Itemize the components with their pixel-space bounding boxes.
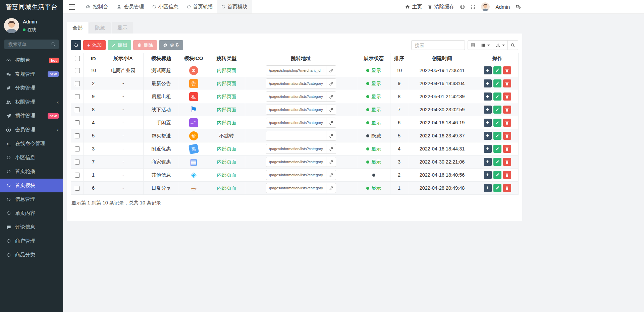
url-link-button[interactable] (326, 118, 336, 128)
sidebar-item-addon[interactable]: 插件管理new (0, 109, 63, 123)
row-checkbox[interactable] (75, 173, 80, 178)
row-add-button[interactable]: + (484, 92, 492, 101)
search-toggle-button[interactable] (507, 40, 518, 50)
sidebar-item-category[interactable]: 分类管理 (0, 81, 63, 95)
top-tab-member[interactable]: 会员管理 (112, 0, 148, 13)
filter-tab-visible[interactable]: 显示 (112, 22, 133, 34)
jump-url-input[interactable] (266, 105, 326, 115)
column-header[interactable]: 跳转类型 (208, 53, 245, 64)
sidebar-item-module[interactable]: 首页模块 (0, 179, 63, 193)
column-header[interactable]: 模块标题 (144, 53, 179, 64)
row-delete-button[interactable] (503, 106, 511, 114)
row-edit-button[interactable] (493, 158, 501, 166)
row-edit-button[interactable] (493, 184, 501, 192)
row-add-button[interactable]: + (484, 106, 492, 114)
row-checkbox[interactable] (75, 133, 80, 138)
sidebar-item-goods[interactable]: 商品分类 (0, 248, 63, 262)
row-checkbox[interactable] (75, 186, 80, 191)
url-link-button[interactable] (326, 157, 336, 167)
more-button[interactable]: 更多 (159, 40, 183, 50)
language-button[interactable] (460, 4, 465, 9)
row-delete-button[interactable] (503, 79, 511, 87)
url-link-button[interactable] (326, 65, 336, 75)
columns-button[interactable] (478, 40, 493, 50)
sidebar-item-general[interactable]: 常规管理new (0, 67, 63, 81)
sidebar-item-command[interactable]: >_在线命令管理 (0, 137, 63, 151)
row-add-button[interactable]: + (484, 79, 492, 87)
row-edit-button[interactable] (493, 92, 501, 101)
filter-tab-hidden[interactable]: 隐藏 (89, 22, 111, 34)
jump-url-input[interactable] (266, 144, 326, 154)
column-header[interactable]: 展示小区 (103, 53, 144, 64)
sidebar-item-banner[interactable]: 首页轮播 (0, 165, 63, 179)
table-row[interactable]: 6-日常分享☕内部页面显示12022-04-28 20:49:48+ (71, 182, 519, 195)
sidebar-item-merchant[interactable]: 商户管理 (0, 234, 63, 248)
url-link-button[interactable] (326, 78, 336, 88)
row-edit-button[interactable] (493, 79, 501, 87)
row-checkbox[interactable] (75, 94, 80, 99)
sidebar-item-auth[interactable]: 权限管理‹ (0, 95, 63, 109)
sidebar-item-console[interactable]: 控制台hot (0, 53, 63, 67)
sidebar-toggle-icon[interactable] (69, 4, 75, 10)
row-edit-button[interactable] (493, 145, 501, 153)
filter-tab-all[interactable]: 全部 (67, 22, 88, 34)
row-delete-button[interactable] (503, 92, 511, 101)
add-button[interactable]: +添加 (83, 40, 106, 50)
table-row[interactable]: 7-商家钜惠▤内部页面显示32022-04-30 22:21:06+ (71, 155, 519, 169)
row-add-button[interactable]: + (484, 145, 492, 153)
row-add-button[interactable]: + (484, 158, 492, 166)
row-add-button[interactable]: + (484, 66, 492, 74)
top-tab-banner[interactable]: 首页轮播 (183, 0, 217, 13)
column-header[interactable]: 模块ICO (179, 53, 208, 64)
top-tab-community[interactable]: 小区信息 (148, 0, 183, 13)
row-add-button[interactable]: + (484, 119, 492, 127)
url-link-button[interactable] (326, 170, 336, 180)
sidebar-item-information[interactable]: 信息管理 (0, 192, 63, 206)
jump-url-input[interactable] (266, 118, 326, 128)
row-delete-button[interactable] (503, 171, 511, 179)
fullscreen-button[interactable] (471, 4, 475, 9)
home-link[interactable]: 主页 (405, 4, 422, 10)
row-checkbox[interactable] (75, 107, 80, 112)
row-add-button[interactable]: + (484, 132, 492, 140)
row-add-button[interactable]: + (484, 184, 492, 192)
column-header[interactable]: ID (84, 53, 103, 64)
row-edit-button[interactable] (493, 106, 501, 114)
row-delete-button[interactable] (503, 145, 511, 153)
refresh-button[interactable] (71, 40, 81, 50)
settings-button[interactable] (516, 4, 521, 9)
column-header[interactable]: 创建时间 (408, 53, 476, 64)
export-button[interactable] (493, 40, 508, 50)
row-delete-button[interactable] (503, 119, 511, 127)
row-edit-button[interactable] (493, 171, 501, 179)
jump-url-input[interactable] (266, 91, 326, 102)
table-search-input[interactable] (411, 40, 465, 50)
column-header[interactable]: 操作 (476, 53, 519, 64)
url-link-button[interactable] (326, 144, 336, 154)
row-checkbox[interactable] (75, 120, 80, 125)
url-link-button[interactable] (326, 183, 336, 193)
row-edit-button[interactable] (493, 66, 501, 74)
top-tab-module[interactable]: 首页模块 (217, 0, 252, 13)
jump-url-input[interactable] (266, 157, 326, 167)
row-delete-button[interactable] (503, 158, 511, 166)
table-row[interactable]: 10电商产业园测试商超✉内部页面显示102022-05-19 17:06:41+ (71, 64, 519, 77)
column-header[interactable]: 排序 (390, 53, 408, 64)
column-header[interactable]: 跳转地址 (245, 53, 357, 64)
url-link-button[interactable] (326, 131, 336, 141)
table-row[interactable]: 9-房屋出租租内部页面显示82022-05-01 21:42:39+ (71, 90, 519, 103)
row-checkbox[interactable] (75, 68, 80, 73)
row-delete-button[interactable] (503, 66, 511, 74)
row-checkbox[interactable] (75, 160, 80, 165)
jump-url-input[interactable] (266, 78, 326, 88)
edit-button[interactable]: 编辑 (108, 40, 131, 50)
table-row[interactable]: 1-其他信息◈内部页面22022-04-16 18:40:56+ (71, 169, 519, 182)
toggle-view-button[interactable] (468, 40, 478, 50)
row-add-button[interactable]: + (484, 171, 492, 179)
topbar-username[interactable]: Admin (495, 4, 510, 10)
menu-search-input[interactable] (4, 40, 59, 49)
row-checkbox[interactable] (75, 146, 80, 151)
jump-url-input[interactable] (266, 170, 326, 180)
sidebar-item-comment[interactable]: 评论信息 (0, 220, 63, 234)
row-edit-button[interactable] (493, 119, 501, 127)
